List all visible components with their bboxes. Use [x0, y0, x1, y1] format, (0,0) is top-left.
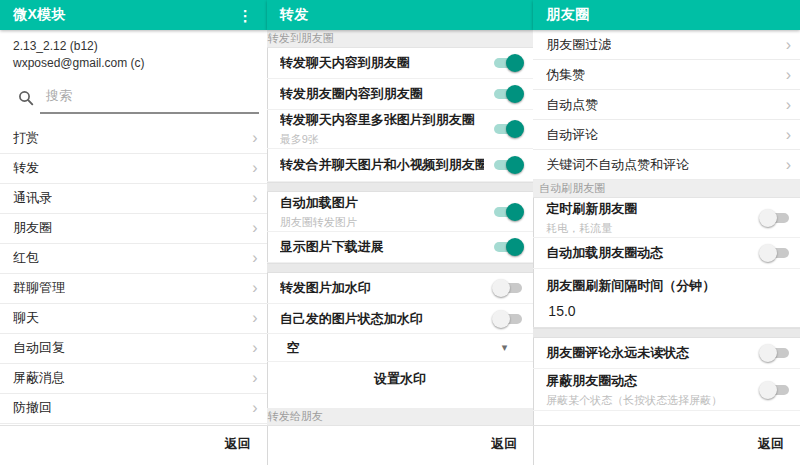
- setting-label: 自动加载朋友圈动态: [546, 244, 751, 262]
- toggle-timed-refresh[interactable]: [759, 209, 791, 227]
- nav-item-label: 朋友圈: [13, 219, 52, 237]
- nav-item-label: 伪集赞: [546, 66, 585, 84]
- back-bar: 返回: [267, 426, 534, 465]
- watermark-style-select[interactable]: 空 ▾: [267, 334, 534, 362]
- section-divider: [267, 263, 534, 273]
- setting-label: 朋友圈评论永远未读状态: [546, 344, 751, 362]
- section-header-auto-refresh-moments: 自动刷朋友圈: [533, 180, 800, 198]
- nav-item-label: 关键词不自动点赞和评论: [546, 156, 689, 174]
- setting-subtitle: 朋友圈转发图片: [280, 215, 485, 230]
- kebab-menu-icon[interactable]: ⋮: [234, 6, 257, 25]
- back-button[interactable]: 返回: [491, 435, 517, 453]
- section-divider: [533, 328, 800, 338]
- toggle-forward-multi-images[interactable]: [492, 120, 524, 138]
- toggle-forward-image-watermark[interactable]: [492, 279, 524, 297]
- setting-label: 转发合并聊天图片和小视频到朋友圈: [280, 156, 485, 174]
- panel-module-home: 微X模块 ⋮ 2.13_2.12 (b12) wxposed@gmail.com…: [0, 0, 267, 465]
- refresh-interval-label: 朋友圈刷新间隔时间（分钟）: [546, 277, 787, 295]
- toggle-auto-load-images[interactable]: [492, 203, 524, 221]
- toggle-forward-chat-to-moments[interactable]: [492, 54, 524, 72]
- toggle-auto-load-moments[interactable]: [759, 244, 791, 262]
- setting-subtitle: 屏蔽某个状态（长按状态选择屏蔽）: [546, 393, 751, 408]
- back-button[interactable]: 返回: [225, 435, 251, 453]
- toggle-own-image-watermark[interactable]: [492, 310, 524, 328]
- sidebar-item-block-message[interactable]: 屏蔽消息 ›: [0, 364, 267, 394]
- setting-label: 定时刷新朋友圈: [546, 200, 751, 218]
- appbar-module: 微X模块 ⋮: [0, 0, 267, 30]
- sidebar-item-red-packet[interactable]: 红包 ›: [0, 244, 267, 274]
- toggle-row-auto-load-images: 自动加载图片 朋友圈转发图片: [267, 192, 534, 232]
- chevron-right-icon: ›: [252, 280, 257, 296]
- sidebar-item-chat[interactable]: 聊天 ›: [0, 304, 267, 334]
- toggle-show-download-progress[interactable]: [492, 238, 524, 256]
- toggle-row-timed-refresh: 定时刷新朋友圈 耗电，耗流量: [533, 198, 800, 238]
- sidebar-item-group-manage[interactable]: 群聊管理 ›: [0, 274, 267, 304]
- section-header-label: 自动刷朋友圈: [539, 183, 605, 194]
- back-button[interactable]: 返回: [758, 435, 784, 453]
- toggle-row-forward-merged-media: 转发合并聊天图片和小视频到朋友圈: [267, 149, 534, 182]
- toggle-row-auto-load-moments: 自动加载朋友圈动态: [533, 238, 800, 269]
- panel-forward-settings: 转发 转发到朋友圈 转发聊天内容到朋友圈 转发朋友圈内容到朋友圈 转发聊天内容里…: [267, 0, 534, 465]
- chevron-right-icon: ›: [786, 67, 791, 83]
- nav-item-label: 朋友圈过滤: [546, 36, 611, 54]
- toggle-row-show-download-progress: 显示图片下载进展: [267, 232, 534, 263]
- sidebar-item-anti-recall[interactable]: 防撤回 ›: [0, 394, 267, 424]
- nav-item-label: 自动点赞: [546, 96, 598, 114]
- nav-item-label: 自动回复: [13, 339, 65, 357]
- nav-item-moments-filter[interactable]: 朋友圈过滤 ›: [533, 30, 800, 60]
- app-title: 微X模块: [13, 6, 66, 24]
- setting-label: 屏蔽朋友圈动态: [546, 372, 751, 390]
- chevron-right-icon: ›: [786, 127, 791, 143]
- back-bar: 返回: [0, 425, 267, 465]
- chevron-right-icon: ›: [252, 370, 257, 386]
- page-title: 朋友圈: [546, 6, 590, 24]
- sidebar-item-forward[interactable]: 转发 ›: [0, 154, 267, 184]
- nav-item-label: 聊天: [13, 309, 39, 327]
- nav-item-keyword-no-auto[interactable]: 关键词不自动点赞和评论 ›: [533, 150, 800, 180]
- toggle-comment-always-unread[interactable]: [759, 344, 791, 362]
- nav-item-fake-likes[interactable]: 伪集赞 ›: [533, 60, 800, 90]
- nav-item-auto-like[interactable]: 自动点赞 ›: [533, 90, 800, 120]
- toggle-row-forward-moments-to-moments: 转发朋友圈内容到朋友圈: [267, 79, 534, 110]
- select-value: 空: [287, 339, 300, 357]
- setting-subtitle: 最多9张: [280, 132, 485, 147]
- toggle-row-forward-multi-images: 转发聊天内容里多张图片到朋友圈 最多9张: [267, 110, 534, 150]
- nav-item-label: 红包: [13, 249, 39, 267]
- version-text: 2.13_2.12 (b12): [13, 38, 254, 55]
- back-bar: 返回: [533, 425, 800, 465]
- panel-moments-settings: 朋友圈 朋友圈过滤 › 伪集赞 › 自动点赞 › 自动评论 › 关键词不自动点赞…: [533, 0, 800, 465]
- chevron-right-icon: ›: [252, 310, 257, 326]
- section-header-forward-to-moments: 转发到朋友圈: [267, 30, 534, 48]
- author-email-text: wxposed@gmail.com (c): [13, 55, 254, 72]
- toggle-row-forward-image-watermark: 转发图片加水印: [267, 273, 534, 304]
- toggle-row-own-image-watermark: 自己发的图片状态加水印: [267, 304, 534, 335]
- appbar-moments: 朋友圈: [533, 0, 800, 30]
- chevron-right-icon: ›: [252, 130, 257, 146]
- setting-label: 自动加载图片: [280, 194, 485, 212]
- chevron-right-icon: ›: [786, 37, 791, 53]
- nav-item-label: 通讯录: [13, 189, 52, 207]
- toggle-forward-merged-media[interactable]: [492, 156, 524, 174]
- toggle-block-moments-status[interactable]: [759, 381, 791, 399]
- chevron-right-icon: ›: [252, 220, 257, 236]
- nav-item-auto-comment[interactable]: 自动评论 ›: [533, 120, 800, 150]
- chevron-right-icon: ›: [252, 340, 257, 356]
- refresh-interval-input[interactable]: 15.0: [546, 295, 787, 327]
- nav-item-label: 屏蔽消息: [13, 369, 65, 387]
- sidebar-item-reward[interactable]: 打赏 ›: [0, 124, 267, 154]
- set-watermark-button[interactable]: 设置水印: [267, 362, 534, 396]
- sidebar-item-moments[interactable]: 朋友圈 ›: [0, 214, 267, 244]
- nav-item-label: 转发: [13, 159, 39, 177]
- sidebar-item-contacts[interactable]: 通讯录 ›: [0, 184, 267, 214]
- search-row: 搜索: [18, 85, 259, 114]
- section-divider: [267, 182, 534, 192]
- section-header-label: 转发给朋友: [268, 411, 323, 422]
- setting-label: 转发图片加水印: [280, 279, 485, 297]
- sidebar-item-auto-reply[interactable]: 自动回复 ›: [0, 334, 267, 364]
- search-icon: [18, 90, 34, 106]
- toggle-forward-moments-to-moments[interactable]: [492, 85, 524, 103]
- setting-label: 转发朋友圈内容到朋友圈: [280, 85, 485, 103]
- search-input[interactable]: 搜索: [40, 85, 259, 114]
- page-title: 转发: [280, 6, 309, 24]
- setting-label: 自己发的图片状态加水印: [280, 310, 485, 328]
